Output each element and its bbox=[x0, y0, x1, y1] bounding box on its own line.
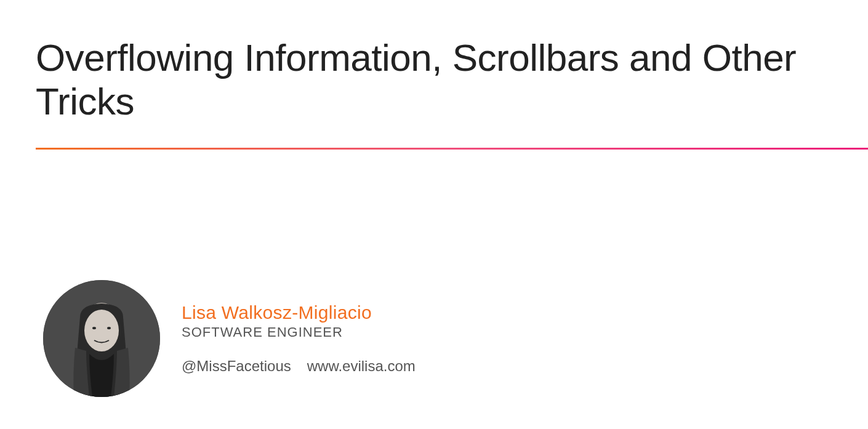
author-info: Lisa Walkosz-Migliacio SOFTWARE ENGINEER… bbox=[182, 302, 416, 375]
avatar bbox=[43, 280, 160, 397]
author-website: www.evilisa.com bbox=[307, 358, 416, 374]
gradient-divider bbox=[36, 148, 868, 150]
svg-point-4 bbox=[107, 327, 111, 329]
svg-point-2 bbox=[84, 310, 119, 351]
slide-title: Overflowing Information, Scrollbars and … bbox=[36, 36, 868, 124]
author-name: Lisa Walkosz-Migliacio bbox=[182, 302, 416, 323]
author-section: Lisa Walkosz-Migliacio SOFTWARE ENGINEER… bbox=[43, 280, 416, 397]
avatar-icon bbox=[43, 280, 160, 397]
svg-point-3 bbox=[92, 327, 96, 329]
author-handle: @MissFacetious bbox=[182, 358, 291, 374]
author-role: SOFTWARE ENGINEER bbox=[182, 324, 416, 340]
author-links: @MissFacetiouswww.evilisa.com bbox=[182, 358, 416, 375]
